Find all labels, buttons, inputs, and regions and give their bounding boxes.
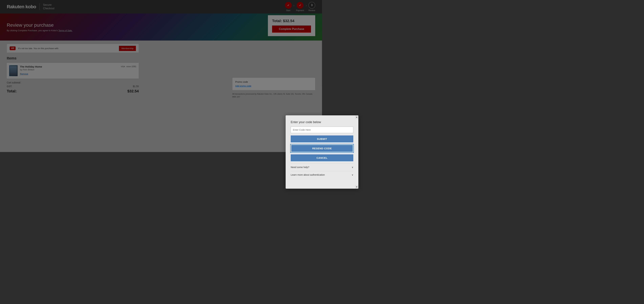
code-input[interactable] — [291, 127, 322, 133]
auth-code-modal: ▲ Enter your code below SUBMIT RESEND CO… — [286, 115, 322, 152]
modal-overlay: ▲ Enter your code below SUBMIT RESEND CO… — [0, 0, 322, 152]
modal-scroll-container: Enter your code below SUBMIT RESEND CODE… — [286, 115, 322, 152]
resend-code-button[interactable]: RESEND CODE — [291, 145, 322, 152]
submit-button[interactable]: SUBMIT — [291, 136, 322, 142]
modal-title: Enter your code below — [291, 120, 322, 124]
